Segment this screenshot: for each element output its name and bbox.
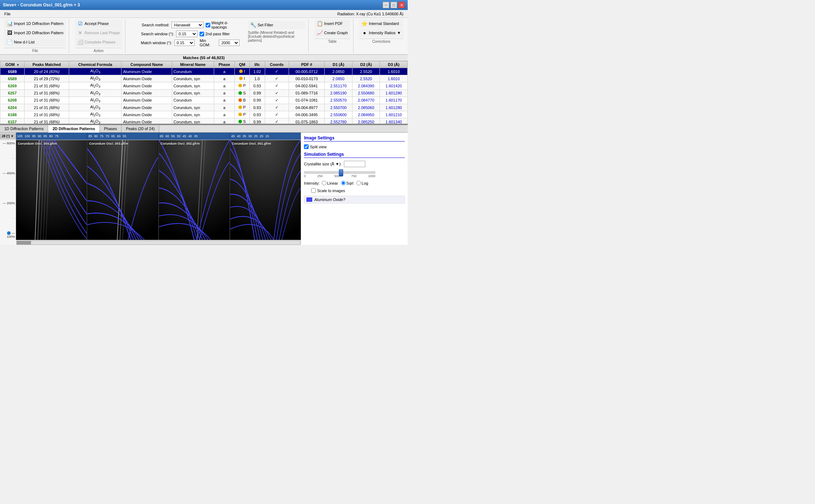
file-menu[interactable]: File (1, 11, 14, 17)
cell-iic: 0.99 (249, 97, 265, 104)
cell-peaks: 21 of 29 (72%) (25, 75, 69, 82)
cell-compound: Aluminum Oxide (122, 82, 172, 89)
new-di-icon: 📄 (7, 39, 12, 45)
col-phase[interactable]: Phase (214, 61, 234, 68)
accept-phase-button[interactable]: ☑ Accept Phase (75, 19, 122, 28)
create-graph-button[interactable]: 📈 Create Graph (314, 29, 350, 37)
min-gom-label: Min GOM: (200, 38, 217, 47)
col-qm[interactable]: QM (235, 61, 249, 68)
cell-qm: P (235, 82, 249, 89)
weight-d-input[interactable] (206, 23, 210, 27)
min-gom-select[interactable]: 2000 (219, 40, 239, 46)
subfile-filter-text: Subfile (Mineral Related) and [Exclude d… (248, 31, 305, 42)
table-row[interactable]: 6208 21 of 31 (68%) Al2O3 Aluminum Oxide… (0, 97, 408, 104)
table-row[interactable]: 6157 21 of 31 (68%) Al2O3 Aluminum Oxide… (0, 118, 408, 124)
col-gom[interactable]: GOM ▼ (0, 61, 25, 68)
cell-iic: 0.99 (249, 118, 265, 124)
col-d1[interactable]: D1 (Å) (325, 61, 352, 68)
table-row[interactable]: 6204 21 of 31 (68%) Al2O3 Aluminum Oxide… (0, 104, 408, 111)
linear-radio-label[interactable]: Linear (322, 181, 338, 185)
table-row[interactable]: 6589 20 of 24 (83%) Al2O3 Aluminum Oxide… (0, 68, 408, 75)
col-coords[interactable]: Coords (265, 61, 289, 68)
scale-images-checkbox[interactable] (311, 188, 316, 193)
col-d2[interactable]: D2 (Å) (352, 61, 380, 68)
two-theta-control[interactable]: 2θ (°) ▼ (0, 134, 15, 139)
col-peaks-matched[interactable]: Peaks Matched (25, 61, 69, 68)
table-row[interactable]: 6589 21 of 29 (72%) Al2O3 Aluminum Oxide… (0, 75, 408, 82)
frame-3: Corundum Osci_002.gfrm (159, 140, 230, 240)
angle-ruler-1: 105 100 95 90 85 80 75 (16, 133, 87, 140)
insert-pdf-icon: 📋 (317, 21, 323, 26)
tab-phases[interactable]: Phases (100, 125, 122, 132)
split-view-checkbox[interactable] (304, 144, 309, 149)
remove-last-phase-button[interactable]: ✕ Remove Last Phase (75, 29, 122, 37)
radiation-info: Radiation: X-ray (Cu Kα1 1.540600 Å) (14, 12, 406, 16)
insert-pdf-button[interactable]: 📋 Insert PDF (314, 19, 350, 28)
table-row[interactable]: 6188 21 of 31 (68%) Al2O3 Aluminum Oxide… (0, 111, 408, 118)
cell-mineral: Corundum, syn (172, 82, 214, 89)
linear-radio[interactable] (322, 181, 326, 185)
scale-divider: — (1, 156, 15, 160)
complete-phases-button[interactable]: ⬜ Complete Phases (75, 38, 122, 46)
search-method-select[interactable]: Hanawalt (171, 22, 203, 28)
cell-compound: Aluminum Oxide (122, 89, 172, 97)
minimize-button[interactable]: ─ (383, 2, 389, 8)
match-window-label: Match window (°): (131, 41, 172, 45)
scale-images-label[interactable]: Scale to images (311, 188, 345, 193)
split-view-label[interactable]: Split view (304, 144, 326, 149)
angle-ruler-2: 85 80 75 70 65 60 55 (87, 133, 159, 140)
second-pass-input[interactable] (200, 32, 204, 36)
col-pdf[interactable]: PDF # (289, 61, 325, 68)
intensity-ratios-button[interactable]: ● Intensity Ratios ▼ (359, 29, 403, 37)
col-chemical-formula[interactable]: Chemical Formula (69, 61, 122, 68)
slider-thumb[interactable] (339, 169, 343, 176)
cell-peaks: 20 of 24 (83%) (25, 68, 69, 75)
scale-400: — 400% (1, 171, 15, 175)
cell-mineral: Corundum, syn (172, 111, 214, 118)
frame-3-label: Corundum Osci_002.gfrm (161, 142, 200, 145)
table-row[interactable]: 6269 21 of 31 (68%) Al2O3 Aluminum Oxide… (0, 82, 408, 89)
frame-4-svg (230, 140, 301, 240)
set-filter-button[interactable]: 🔧 Set Filter (248, 21, 305, 29)
second-pass-checkbox[interactable]: 2nd pass filter (200, 32, 229, 36)
new-di-list-button[interactable]: 📄 New d-I List (4, 38, 66, 46)
cell-phase: a (214, 82, 234, 89)
h-scrollbar[interactable] (16, 240, 301, 245)
import-1d-button[interactable]: 📊 Import 1D Diffraction Pattern (4, 19, 66, 28)
import-2d-button[interactable]: 🖼 Import 2D Diffraction Pattern (4, 29, 66, 37)
cell-coords: ✓ (265, 118, 289, 124)
internal-standard-button[interactable]: ⭐ Internal Standard (359, 19, 403, 28)
slider-track[interactable] (304, 171, 375, 174)
table-row[interactable]: 6257 21 of 31 (68%) Al2O3 Aluminum Oxide… (0, 89, 408, 97)
col-mineral-name[interactable]: Mineral Name (172, 61, 214, 68)
log-radio-label[interactable]: Log (356, 181, 368, 185)
tab-peaks[interactable]: Peaks (20 of 24) (122, 125, 159, 132)
frame-1-svg (16, 140, 87, 240)
weight-d-checkbox[interactable]: Weight d-spacings (206, 21, 239, 29)
match-window-select[interactable]: 0.15 (174, 40, 195, 46)
col-iic[interactable]: I/Ic (249, 61, 265, 68)
col-compound-name[interactable]: Compound Name (122, 61, 172, 68)
sqrt-radio-label[interactable]: Sqrt (341, 181, 354, 185)
cell-d2: 2.084950 (352, 111, 380, 118)
cell-pdf: 04-006-3495 (289, 111, 325, 118)
cell-pdf: 01-089-7716 (289, 89, 325, 97)
close-button[interactable]: ✕ (398, 2, 405, 8)
search-window-select[interactable]: 0.15 (176, 31, 197, 37)
cell-gom: 6257 (0, 89, 25, 97)
log-radio[interactable] (356, 181, 361, 185)
maximize-button[interactable]: □ (391, 2, 397, 8)
cell-formula: Al2O3 (69, 118, 122, 124)
sqrt-radio[interactable] (341, 181, 346, 185)
tab-1d-diffraction[interactable]: 1D Diffraction Patterns (0, 125, 48, 132)
cell-phase: a (214, 68, 234, 75)
tab-2d-diffraction[interactable]: 2D Diffraction Patterns (48, 125, 99, 133)
cell-phase: a (214, 111, 234, 118)
cell-qm: S (235, 118, 249, 124)
phase-name: Aluminum Oxide? (314, 197, 345, 202)
diff-header-row: 2θ (°) ▼ 105 100 95 90 85 80 75 (0, 133, 301, 140)
crystallite-size-input[interactable]: 500.0 (344, 161, 365, 167)
col-d3[interactable]: D3 (Å) (380, 61, 408, 68)
action-section: ☑ Accept Phase ✕ Remove Last Phase ⬜ Com… (72, 19, 125, 53)
table-section-label: Table (314, 38, 350, 43)
